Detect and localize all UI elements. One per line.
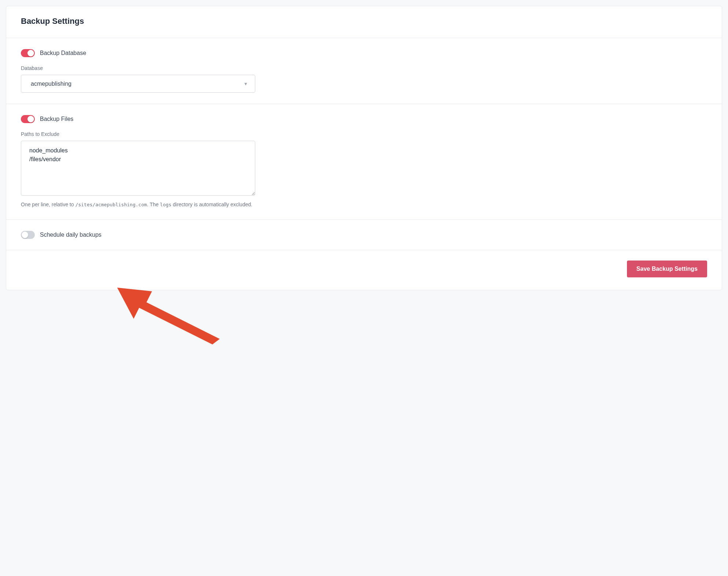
toggle-row-schedule: Schedule daily backups	[21, 231, 255, 239]
toggle-backup-files[interactable]	[21, 115, 35, 123]
card-header: Backup Settings	[6, 6, 722, 38]
section-database: Backup Database Database acmepublishing …	[6, 38, 722, 104]
toggle-row-files: Backup Files	[21, 115, 255, 123]
backup-settings-card: Backup Settings Backup Database Database…	[6, 6, 722, 290]
label-paths-exclude: Paths to Exclude	[21, 131, 255, 137]
select-wrap-database: acmepublishing ▼	[21, 75, 255, 93]
page-title: Backup Settings	[21, 16, 707, 26]
paths-exclude-textarea[interactable]: node_modules /files/vendor	[21, 141, 255, 196]
toggle-backup-database[interactable]	[21, 49, 35, 57]
toggle-row-database: Backup Database	[21, 49, 255, 57]
database-select[interactable]: acmepublishing	[21, 75, 255, 93]
toggle-label-schedule: Schedule daily backups	[40, 232, 101, 238]
label-database: Database	[21, 65, 255, 71]
toggle-label-files: Backup Files	[40, 116, 74, 122]
save-backup-settings-button[interactable]: Save Backup Settings	[627, 261, 707, 277]
toggle-label-database: Backup Database	[40, 50, 86, 56]
toggle-schedule-daily[interactable]	[21, 231, 35, 239]
section-schedule: Schedule daily backups	[6, 220, 722, 250]
help-text-paths: One per line, relative to /sites/acmepub…	[21, 201, 255, 208]
section-files: Backup Files Paths to Exclude node_modul…	[6, 104, 722, 220]
card-footer: Save Backup Settings	[6, 250, 722, 290]
